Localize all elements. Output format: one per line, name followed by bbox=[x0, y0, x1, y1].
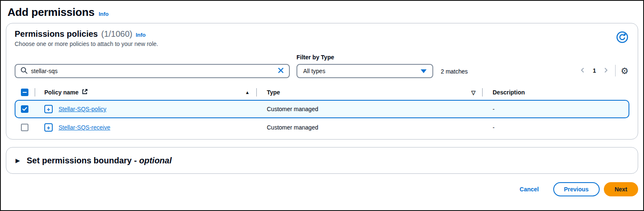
policy-description-cell: - bbox=[482, 124, 629, 131]
external-link-icon bbox=[82, 89, 88, 96]
expand-row-button[interactable]: + bbox=[44, 123, 53, 132]
card-description: Choose one or more policies to attach to… bbox=[15, 41, 158, 47]
table-row[interactable]: + Stellar-SQS-receive Customer managed - bbox=[15, 118, 629, 137]
type-header-label: Type bbox=[267, 89, 280, 96]
sort-ascending-icon[interactable]: ▲ bbox=[245, 90, 250, 95]
gear-icon: ⚙ bbox=[621, 66, 629, 76]
policy-type-cell: Customer managed bbox=[256, 124, 482, 131]
next-page-button[interactable] bbox=[601, 65, 611, 76]
clear-search-button[interactable] bbox=[278, 67, 284, 75]
close-icon bbox=[278, 67, 284, 75]
next-button[interactable]: Next bbox=[604, 182, 638, 196]
chevron-right-icon bbox=[603, 67, 609, 75]
policy-name-link[interactable]: Stellar-SQS-receive bbox=[59, 124, 110, 131]
previous-button[interactable]: Previous bbox=[553, 182, 600, 196]
card-info-link[interactable]: Info bbox=[135, 32, 146, 38]
table-controls: Filter by Type All types 2 matches 1 bbox=[15, 54, 629, 78]
select-all-checkbox[interactable] bbox=[21, 89, 28, 96]
cancel-button[interactable]: Cancel bbox=[520, 186, 539, 193]
expand-row-button[interactable]: + bbox=[44, 105, 53, 113]
refresh-button[interactable] bbox=[615, 30, 629, 46]
page-title: Add permissions bbox=[8, 6, 95, 19]
policy-type-cell: Customer managed bbox=[256, 106, 482, 112]
check-icon bbox=[22, 105, 27, 113]
policy-name-header-label: Policy name bbox=[44, 89, 79, 96]
current-page-number: 1 bbox=[593, 67, 596, 74]
sort-toggle-icon[interactable]: ▽ bbox=[471, 89, 475, 96]
filter-group: Filter by Type All types bbox=[296, 54, 433, 78]
matches-count: 2 matches bbox=[441, 68, 468, 75]
divider bbox=[615, 65, 616, 76]
permissions-policies-card: Permissions policies (1/1060) Info Choos… bbox=[6, 23, 638, 140]
column-header-type[interactable]: Type ▽ bbox=[256, 85, 482, 100]
table-row[interactable]: + Stellar-SQS-policy Customer managed - bbox=[15, 100, 629, 118]
row-checkbox-unchecked[interactable] bbox=[21, 124, 28, 131]
search-input[interactable] bbox=[31, 68, 274, 74]
table-settings-button[interactable]: ⚙ bbox=[620, 66, 629, 76]
selection-counter: (1/1060) bbox=[101, 29, 133, 39]
boundary-optional-label: optional bbox=[139, 156, 172, 165]
filter-type-select[interactable]: All types bbox=[296, 64, 433, 78]
previous-page-button[interactable] bbox=[578, 65, 588, 76]
indeterminate-dash-icon bbox=[23, 92, 27, 93]
row-checkbox-checked[interactable] bbox=[21, 105, 28, 113]
pagination: 1 ⚙ bbox=[578, 65, 629, 76]
policy-name-link[interactable]: Stellar-SQS-policy bbox=[59, 106, 106, 112]
disclosure-triangle-icon: ▶ bbox=[15, 157, 20, 164]
page-header: Add permissions Info bbox=[1, 1, 643, 23]
filter-label: Filter by Type bbox=[296, 54, 433, 61]
page-info-link[interactable]: Info bbox=[99, 11, 109, 17]
column-header-description[interactable]: Description bbox=[482, 85, 629, 100]
search-box bbox=[15, 64, 290, 78]
permissions-boundary-expander[interactable]: ▶ Set permissions boundary - optional bbox=[6, 147, 638, 174]
chevron-down-icon bbox=[421, 69, 427, 73]
search-icon bbox=[20, 67, 28, 76]
filter-selected-value: All types bbox=[303, 68, 325, 74]
boundary-title-text: Set permissions boundary - bbox=[27, 156, 137, 165]
card-head: Permissions policies (1/1060) Info Choos… bbox=[15, 29, 629, 47]
wizard-footer: Cancel Previous Next bbox=[6, 182, 638, 196]
table-header-row: Policy name ▲ Type ▽ Descriptio bbox=[15, 85, 629, 100]
policy-description-cell: - bbox=[482, 106, 629, 112]
description-header-label: Description bbox=[493, 89, 525, 96]
boundary-title: Set permissions boundary - optional bbox=[27, 156, 172, 165]
chevron-left-icon bbox=[579, 67, 586, 75]
column-header-policy-name[interactable]: Policy name ▲ bbox=[35, 85, 256, 100]
refresh-icon bbox=[616, 38, 629, 45]
add-permissions-screen: Add permissions Info Permissions policie… bbox=[0, 0, 644, 211]
card-title: Permissions policies bbox=[15, 29, 98, 39]
policies-table: Policy name ▲ Type ▽ Descriptio bbox=[15, 85, 629, 137]
